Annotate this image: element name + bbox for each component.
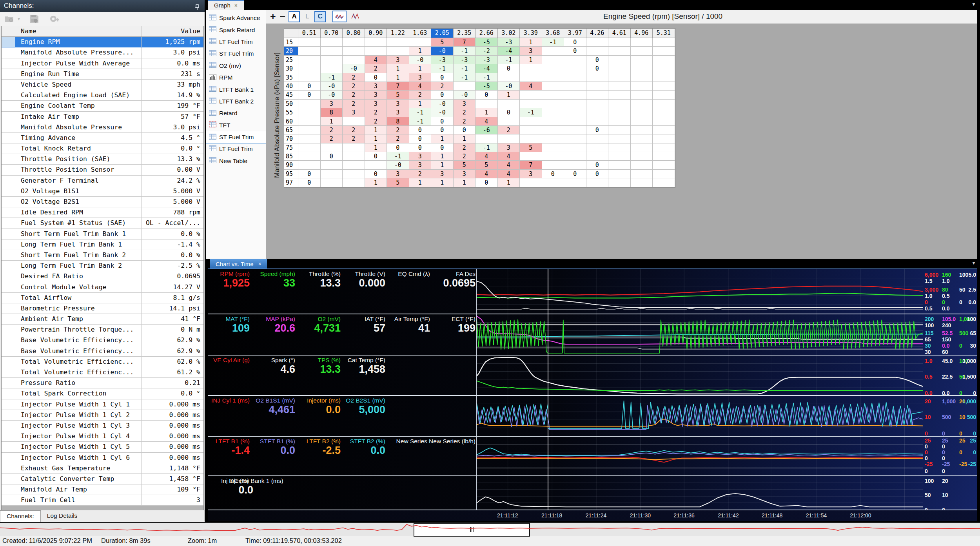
row-selector[interactable] bbox=[2, 165, 15, 175]
table-cell[interactable] bbox=[298, 152, 321, 161]
table-cell[interactable]: 0 bbox=[431, 143, 454, 152]
table-cell[interactable]: 0 bbox=[586, 126, 609, 134]
column-header[interactable]: 2.05 bbox=[431, 29, 454, 38]
table-cell[interactable] bbox=[586, 47, 609, 55]
table-cell[interactable]: 0 bbox=[431, 126, 454, 134]
table-cell[interactable]: 2 bbox=[431, 82, 454, 91]
column-header[interactable]: 2.66 bbox=[475, 29, 498, 38]
table-cell[interactable] bbox=[631, 64, 653, 73]
table-cell[interactable]: 1 bbox=[431, 178, 454, 187]
save-gear-icon[interactable] bbox=[27, 13, 41, 24]
table-cell[interactable] bbox=[520, 178, 542, 187]
table-cell[interactable] bbox=[520, 152, 542, 161]
table-cell[interactable] bbox=[542, 126, 564, 134]
table-cell[interactable]: 0 bbox=[431, 117, 454, 126]
row-header[interactable]: 35 bbox=[284, 73, 298, 82]
table-cell[interactable] bbox=[298, 56, 321, 64]
table-cell[interactable]: 0 bbox=[431, 91, 454, 99]
table-cell[interactable] bbox=[542, 152, 564, 161]
table-cell[interactable] bbox=[520, 91, 542, 99]
row-selector[interactable] bbox=[2, 69, 15, 79]
channel-row[interactable]: Engine Run Time231 s bbox=[2, 69, 203, 80]
table-cell[interactable] bbox=[653, 178, 675, 187]
table-cell[interactable] bbox=[653, 91, 675, 99]
channel-row[interactable]: Total Airflow8.1 g/s bbox=[2, 293, 203, 303]
table-cell[interactable]: -1 bbox=[321, 73, 343, 82]
column-header[interactable]: 0.51 bbox=[298, 29, 321, 38]
table-cell[interactable] bbox=[608, 170, 631, 178]
table-cell[interactable]: 0 bbox=[365, 152, 387, 161]
table-cell[interactable]: 0 bbox=[409, 143, 432, 152]
table-cell[interactable] bbox=[608, 38, 631, 47]
table-cell[interactable]: 0 bbox=[564, 38, 586, 47]
table-cell[interactable] bbox=[321, 178, 343, 187]
table-cell[interactable]: 2 bbox=[365, 108, 387, 117]
table-cell[interactable]: 0 bbox=[475, 178, 498, 187]
row-header[interactable]: 97 bbox=[284, 178, 298, 187]
table-cell[interactable] bbox=[631, 126, 653, 134]
channel-row[interactable]: Timing Advance4.5 ° bbox=[2, 133, 203, 143]
table-cell[interactable] bbox=[653, 38, 675, 47]
table-cell[interactable] bbox=[564, 161, 586, 169]
channel-row[interactable]: Injector Pulse Width Average0.0 ms bbox=[2, 58, 203, 69]
row-selector[interactable] bbox=[2, 399, 15, 410]
table-cell[interactable]: 2 bbox=[365, 117, 387, 126]
row-selector[interactable] bbox=[2, 122, 15, 132]
table-cell[interactable]: 3 bbox=[409, 152, 432, 161]
table-cell[interactable] bbox=[298, 108, 321, 117]
channel-row[interactable]: Manifold Absolute Pressure...3.0 psi bbox=[2, 47, 203, 58]
row-selector[interactable] bbox=[2, 442, 15, 452]
channel-row[interactable]: Calculated Engine Load (SAE)14.9 % bbox=[2, 90, 203, 101]
row-selector[interactable] bbox=[2, 474, 15, 484]
row-selector[interactable] bbox=[2, 495, 15, 505]
channel-row[interactable]: Injector Pulse Width 1 Cyl 30.000 ms bbox=[2, 421, 203, 431]
table-cell[interactable] bbox=[542, 178, 564, 187]
table-cell[interactable]: 1 bbox=[321, 117, 343, 126]
column-header[interactable]: 0.70 bbox=[321, 29, 343, 38]
table-cell[interactable]: 0 bbox=[431, 73, 454, 82]
chart-plot[interactable] bbox=[476, 437, 923, 475]
table-cell[interactable]: 1 bbox=[431, 161, 454, 169]
table-cell[interactable] bbox=[542, 73, 564, 82]
channel-row[interactable]: Short Term Fuel Trim Bank 20.0 % bbox=[2, 250, 203, 261]
table-cell[interactable] bbox=[542, 64, 564, 73]
table-cell[interactable] bbox=[608, 108, 631, 117]
row-selector[interactable] bbox=[2, 112, 15, 122]
chart-plot[interactable] bbox=[476, 356, 923, 395]
table-cell[interactable] bbox=[454, 82, 476, 91]
table-cell[interactable]: -0 bbox=[409, 56, 432, 64]
table-cell[interactable] bbox=[608, 64, 631, 73]
table-cell[interactable]: 5 bbox=[475, 161, 498, 169]
table-cell[interactable]: 4 bbox=[520, 82, 542, 91]
table-cell[interactable]: -1 bbox=[475, 143, 498, 152]
table-cell[interactable]: -1 bbox=[454, 64, 476, 73]
table-cell[interactable]: 3 bbox=[365, 82, 387, 91]
pin-icon[interactable] bbox=[194, 3, 200, 15]
header-value[interactable]: Value bbox=[142, 26, 203, 36]
table-cell[interactable]: -0 bbox=[454, 91, 476, 99]
table-cell[interactable] bbox=[631, 56, 653, 64]
table-cell[interactable] bbox=[564, 100, 586, 108]
table-cell[interactable] bbox=[542, 56, 564, 64]
table-cell[interactable]: 2 bbox=[498, 126, 520, 134]
channel-row[interactable]: O2 Voltage B2S15.000 V bbox=[2, 197, 203, 207]
table-cell[interactable] bbox=[343, 152, 365, 161]
tab-graph[interactable]: Graph × bbox=[208, 0, 244, 10]
table-cell[interactable] bbox=[321, 161, 343, 169]
table-cell[interactable] bbox=[564, 117, 586, 126]
channel-row[interactable]: Vehicle Speed33 mph bbox=[2, 80, 203, 90]
table-cell[interactable]: 1 bbox=[498, 178, 520, 187]
channel-row[interactable]: Long Term Fuel Trim Bank 1-1.4 % bbox=[2, 239, 203, 250]
table-cell[interactable] bbox=[343, 47, 365, 55]
table-cell[interactable]: 3 bbox=[343, 108, 365, 117]
table-cell[interactable] bbox=[653, 108, 675, 117]
table-cell[interactable]: 0 bbox=[586, 161, 609, 169]
channel-row[interactable]: Long Term Fuel Trim Bank 2-2.5 % bbox=[2, 261, 203, 271]
table-cell[interactable] bbox=[321, 170, 343, 178]
table-cell[interactable]: 3 bbox=[387, 56, 409, 64]
table-cell[interactable] bbox=[631, 73, 653, 82]
row-header[interactable]: 30 bbox=[284, 64, 298, 73]
open-dropdown-icon[interactable]: ▼ bbox=[17, 17, 21, 21]
table-cell[interactable] bbox=[564, 73, 586, 82]
table-cell[interactable]: -1 bbox=[431, 64, 454, 73]
